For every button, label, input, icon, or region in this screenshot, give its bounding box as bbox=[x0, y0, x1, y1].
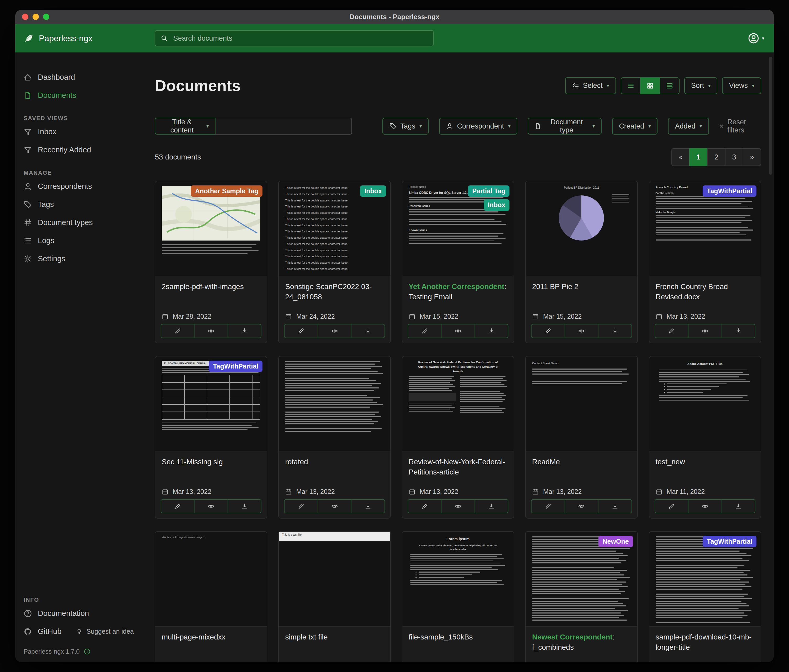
view-button[interactable] bbox=[441, 324, 475, 338]
download-button[interactable] bbox=[228, 499, 262, 513]
edit-button[interactable] bbox=[284, 324, 318, 338]
sort-button[interactable]: Sort ▾ bbox=[684, 77, 718, 94]
download-button[interactable] bbox=[351, 324, 385, 338]
document-card[interactable]: Patient BP Distribution 2011 2011 BP Pie… bbox=[525, 181, 637, 343]
document-thumbnail[interactable]: 11. CONTINUING MEDICAL EDUCA TagWithPart… bbox=[155, 357, 267, 451]
pagination-page-2[interactable]: 2 bbox=[707, 148, 725, 166]
document-thumbnail[interactable]: Release Notes Simba ODBC Driver for SQL … bbox=[402, 181, 514, 276]
view-button[interactable] bbox=[441, 499, 475, 513]
view-button[interactable] bbox=[565, 499, 599, 513]
document-thumbnail[interactable]: This is a test for the double space char… bbox=[279, 181, 390, 276]
created-filter-button[interactable]: Created ▾ bbox=[612, 118, 658, 135]
document-thumbnail[interactable]: Review of New York Federal Petitions for… bbox=[402, 357, 514, 451]
document-title[interactable]: simple txt file bbox=[285, 632, 384, 642]
view-button[interactable] bbox=[318, 499, 351, 513]
document-title[interactable]: ReadMe bbox=[532, 457, 631, 467]
document-correspondent[interactable]: Yet Another Correspondent bbox=[409, 282, 505, 291]
document-title[interactable]: multi-page-mixedxx bbox=[162, 632, 260, 642]
sidebar-item-dashboard[interactable]: Dashboard bbox=[15, 68, 142, 86]
view-details-button[interactable] bbox=[621, 77, 641, 94]
sidebar-item-documentation[interactable]: Documentation bbox=[15, 604, 142, 623]
document-title[interactable]: 2011 BP Pie 2 bbox=[532, 282, 631, 292]
tag-badge[interactable]: Partial Tag bbox=[468, 185, 509, 197]
sidebar-item-documents[interactable]: Documents bbox=[15, 86, 142, 104]
sidebar-item-document-types[interactable]: Document types bbox=[15, 213, 142, 232]
document-thumbnail[interactable]: Contact Sheet Demo bbox=[526, 357, 637, 451]
sidebar-item-inbox[interactable]: Inbox bbox=[15, 123, 142, 141]
suggest-idea-link[interactable]: Suggest an idea bbox=[76, 628, 134, 635]
tag-badge[interactable]: NewOne bbox=[599, 536, 633, 547]
correspondent-filter-button[interactable]: Correspondent ▾ bbox=[439, 118, 517, 135]
document-title[interactable]: Review-of-New-York-Federal-Petitions-art… bbox=[409, 457, 507, 477]
document-card[interactable]: rotated Mar 13, 2022 bbox=[278, 356, 391, 519]
pagination-next[interactable]: » bbox=[743, 148, 761, 166]
download-button[interactable] bbox=[722, 324, 755, 338]
document-title[interactable]: 2sample-pdf-with-images bbox=[162, 282, 260, 292]
download-button[interactable] bbox=[598, 324, 632, 338]
edit-button[interactable] bbox=[655, 324, 688, 338]
pagination-page-3[interactable]: 3 bbox=[725, 148, 743, 166]
view-button[interactable] bbox=[565, 324, 599, 338]
document-title[interactable]: test_new bbox=[656, 457, 754, 467]
pagination-prev[interactable]: « bbox=[671, 148, 690, 166]
download-button[interactable] bbox=[474, 324, 508, 338]
document-card[interactable]: Adobe Acrobat PDF Files test_new Mar 11,… bbox=[649, 356, 761, 519]
document-thumbnail[interactable]: Adobe Acrobat PDF Files bbox=[649, 357, 761, 451]
document-thumbnail[interactable]: Another Sample Tag bbox=[155, 181, 267, 276]
tag-badge[interactable]: Another Sample Tag bbox=[191, 185, 262, 197]
document-card[interactable]: Lorem ipsum Lorem ipsum dolor sit amet, … bbox=[402, 531, 514, 662]
document-title[interactable]: French Country Bread Revised.docx bbox=[656, 282, 754, 302]
scrollbar-thumb[interactable] bbox=[769, 57, 772, 175]
view-large-cards-button[interactable] bbox=[660, 77, 680, 94]
document-thumbnail[interactable]: Lorem ipsum Lorem ipsum dolor sit amet, … bbox=[402, 532, 514, 627]
sidebar-item-logs[interactable]: Logs bbox=[15, 232, 142, 250]
document-card[interactable]: This is a test for the double space char… bbox=[278, 181, 391, 343]
sidebar-item-tags[interactable]: Tags bbox=[15, 196, 142, 213]
document-title[interactable]: sample-pdf-download-10-mb-longer-title bbox=[656, 632, 754, 652]
view-button[interactable] bbox=[194, 324, 228, 338]
document-type-filter-button[interactable]: Document type ▾ bbox=[528, 118, 602, 135]
document-card[interactable]: TagWithPartial sample-pdf-download-10-mb… bbox=[649, 531, 761, 662]
download-button[interactable] bbox=[474, 499, 508, 513]
view-button[interactable] bbox=[688, 324, 722, 338]
views-button[interactable]: Views ▾ bbox=[722, 77, 761, 94]
edit-button[interactable] bbox=[531, 324, 565, 338]
sidebar-item-recently-added[interactable]: Recently Added bbox=[15, 141, 142, 159]
sidebar-item-settings[interactable]: Settings bbox=[15, 250, 142, 268]
document-card[interactable]: Contact Sheet Demo ReadMe Mar 13, 2022 bbox=[525, 356, 637, 519]
zoom-button[interactable] bbox=[43, 14, 50, 20]
title-content-input[interactable] bbox=[216, 118, 352, 135]
edit-button[interactable] bbox=[407, 499, 441, 513]
sidebar-item-github[interactable]: GitHub bbox=[15, 623, 70, 640]
view-button[interactable] bbox=[318, 324, 351, 338]
document-thumbnail[interactable] bbox=[279, 357, 390, 451]
tag-badge[interactable]: TagWithPartial bbox=[209, 361, 262, 372]
document-card[interactable]: Review of New York Federal Petitions for… bbox=[402, 356, 514, 519]
document-card[interactable]: This is a multi page document. Page 1. m… bbox=[155, 531, 267, 662]
select-button[interactable]: Select ▾ bbox=[565, 77, 616, 94]
download-button[interactable] bbox=[722, 499, 755, 513]
user-menu[interactable]: ▾ bbox=[748, 32, 764, 44]
tag-badge[interactable]: TagWithPartial bbox=[703, 185, 757, 197]
document-thumbnail[interactable]: NewOne bbox=[526, 532, 637, 627]
tag-badge[interactable]: Inbox bbox=[484, 199, 510, 211]
edit-button[interactable] bbox=[161, 324, 195, 338]
document-title[interactable]: rotated bbox=[285, 457, 384, 467]
document-card[interactable]: This is a test file. simple txt file bbox=[278, 531, 391, 662]
tags-filter-button[interactable]: Tags ▾ bbox=[382, 118, 429, 135]
close-button[interactable] bbox=[22, 14, 28, 20]
document-title[interactable]: Sec 11-Missing sig bbox=[162, 457, 260, 467]
document-card[interactable]: French Country Bread For the Leaven: Mak… bbox=[649, 181, 761, 343]
document-card[interactable]: Release Notes Simba ODBC Driver for SQL … bbox=[402, 181, 514, 343]
edit-button[interactable] bbox=[407, 324, 441, 338]
view-button[interactable] bbox=[688, 499, 722, 513]
edit-button[interactable] bbox=[161, 499, 195, 513]
document-card[interactable]: 11. CONTINUING MEDICAL EDUCA TagWithPart… bbox=[155, 356, 267, 519]
sidebar-item-correspondents[interactable]: Correspondents bbox=[15, 177, 142, 196]
info-circle-icon[interactable] bbox=[84, 648, 91, 655]
search-input[interactable] bbox=[172, 34, 428, 43]
document-title[interactable]: Sonstige ScanPC2022 03-24_081058 bbox=[285, 282, 384, 302]
minimize-button[interactable] bbox=[32, 14, 39, 20]
document-title[interactable]: file-sample_150kBs bbox=[409, 632, 507, 642]
document-thumbnail[interactable]: Patient BP Distribution 2011 bbox=[526, 181, 637, 276]
